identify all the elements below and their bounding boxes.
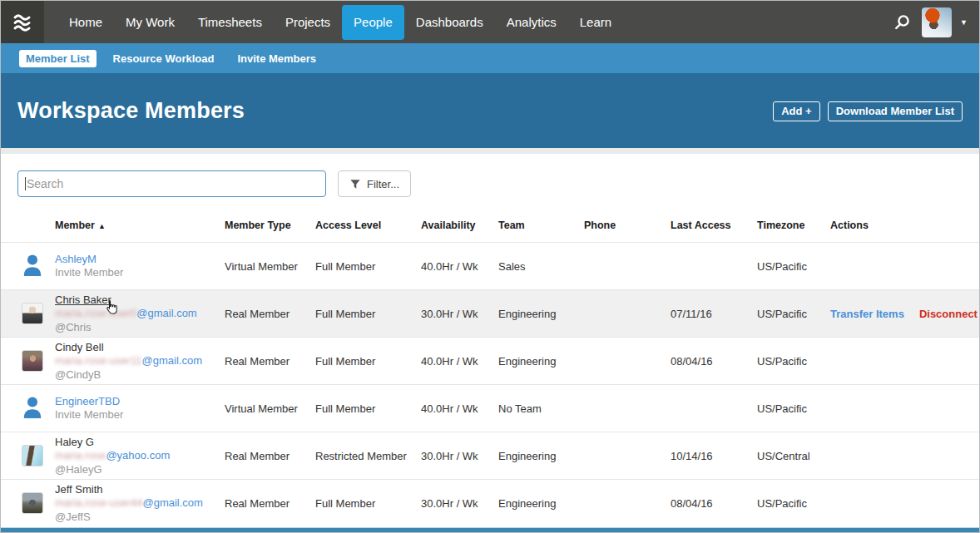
nav-item-home[interactable]: Home <box>57 5 114 40</box>
team-cell: No Team <box>498 402 584 415</box>
timezone-cell: US/Pacific <box>757 260 830 273</box>
team-cell: Sales <box>498 260 584 273</box>
member-handle: @JeffS <box>55 510 218 524</box>
avatar-cell <box>17 396 55 422</box>
member-type-cell: Real Member <box>225 308 315 320</box>
availability-cell: 40.0Hr / Wk <box>421 355 498 368</box>
member-photo-avatar <box>22 445 43 466</box>
member-cell: AshleyMInvite Member <box>55 253 225 279</box>
text-cursor <box>25 177 26 190</box>
disconnect-action-link[interactable]: Disconnect <box>919 308 978 320</box>
member-name-link[interactable]: AshleyM <box>55 253 97 265</box>
timezone-cell: US/Pacific <box>757 308 830 320</box>
member-email: maria.rose-user44@gmail.com <box>55 496 218 510</box>
subnav-item-invite-members[interactable]: Invite Members <box>230 50 323 67</box>
email-domain-link[interactable]: @yahoo.com <box>106 449 170 461</box>
access-level-cell: Full Member <box>315 260 421 273</box>
nav-item-my-work[interactable]: My Work <box>114 5 186 40</box>
avatar-cell <box>17 445 55 466</box>
column-header-access-level: Access Level <box>315 220 421 231</box>
member-cell: EngineerTBDInvite Member <box>55 395 225 422</box>
email-domain-link[interactable]: @gmail.com <box>143 496 203 509</box>
member-name-link[interactable]: EngineerTBD <box>55 395 120 407</box>
access-level-cell: Full Member <box>315 308 421 320</box>
header-divider-strip <box>1 148 979 154</box>
avatar-cell <box>17 303 55 324</box>
member-type-cell: Real Member <box>225 355 315 368</box>
nav-item-timesheets[interactable]: Timesheets <box>186 5 274 40</box>
bottom-footer-strip <box>1 527 979 532</box>
availability-cell: 40.0Hr / Wk <box>421 402 498 415</box>
timezone-cell: US/Pacific <box>757 402 830 415</box>
page-header: Workspace Members Add + Download Member … <box>1 73 979 148</box>
team-cell: Engineering <box>498 308 584 320</box>
nav-item-people[interactable]: People <box>342 5 404 40</box>
table-row[interactable]: Haley Gmaria.rose@yahoo.com@HaleyG Real … <box>1 432 979 479</box>
avatar-cell <box>17 254 55 279</box>
top-nav-right: ▼ <box>890 7 979 37</box>
invite-member-label: Invite Member <box>55 407 218 422</box>
add-member-button[interactable]: Add + <box>773 101 819 121</box>
email-domain-link[interactable]: @gmail.com <box>142 354 202 367</box>
table-body: AshleyMInvite Member Virtual Member Full… <box>1 242 979 526</box>
availability-cell: 30.0Hr / Wk <box>421 497 498 510</box>
redacted-email-text: maria.rose-user11 <box>55 354 142 367</box>
subnav-item-member-list[interactable]: Member List <box>19 50 97 67</box>
filter-button-label: Filter... <box>367 178 399 190</box>
access-level-cell: Full Member <box>315 497 421 510</box>
sort-asc-icon: ▲ <box>98 222 106 230</box>
app-logo[interactable] <box>1 1 44 43</box>
table-header-row: Member▲Member TypeAccess LevelAvailabili… <box>1 209 979 242</box>
filter-button[interactable]: Filter... <box>338 170 411 197</box>
team-cell: Engineering <box>498 355 584 368</box>
member-photo-avatar <box>22 492 43 514</box>
user-avatar[interactable] <box>922 7 952 37</box>
transfer-items-action-link[interactable]: Transfer Items <box>830 308 904 320</box>
member-handle: @CindyB <box>55 368 218 382</box>
nav-items: HomeMy WorkTimesheetsProjectsPeopleDashb… <box>57 1 623 43</box>
download-member-list-button[interactable]: Download Member List <box>828 101 963 121</box>
last-access-cell: 08/04/16 <box>671 355 757 368</box>
global-search-button[interactable] <box>890 11 913 34</box>
search-input[interactable] <box>17 170 326 197</box>
timezone-cell: US/Pacific <box>757 497 830 510</box>
person-silhouette-icon <box>22 396 43 419</box>
member-name-link[interactable]: Jeff Smith <box>55 483 103 496</box>
column-header-phone: Phone <box>584 220 671 231</box>
member-type-cell: Real Member <box>225 497 315 510</box>
table-row[interactable]: Chris Bakermaria.rose-user0@gmail.com@Ch… <box>1 289 979 337</box>
redacted-email-text: maria.rose-user0 <box>55 307 136 319</box>
table-row[interactable]: AshleyMInvite Member Virtual Member Full… <box>1 242 979 289</box>
header-actions: Add + Download Member List <box>773 101 963 121</box>
member-name-link[interactable]: Cindy Bell <box>55 341 104 353</box>
access-level-cell: Restricted Member <box>315 450 421 462</box>
nav-item-projects[interactable]: Projects <box>274 5 342 40</box>
column-header-team: Team <box>498 220 584 231</box>
member-type-cell: Virtual Member <box>225 402 315 415</box>
email-domain-link[interactable]: @gmail.com <box>136 307 196 319</box>
people-sub-nav: Member ListResource WorkloadInvite Membe… <box>1 43 979 73</box>
subnav-item-resource-workload[interactable]: Resource Workload <box>106 50 221 67</box>
member-email: maria.rose-user11@gmail.com <box>55 353 218 368</box>
redacted-email-text: maria.rose-user44 <box>55 496 143 509</box>
member-cell: Cindy Bellmaria.rose-user11@gmail.com@Ci… <box>55 341 225 382</box>
last-access-cell: 07/11/16 <box>671 308 757 320</box>
availability-cell: 40.0Hr / Wk <box>421 260 498 273</box>
column-header-member: Member▲ <box>55 220 225 231</box>
table-row[interactable]: EngineerTBDInvite Member Virtual Member … <box>1 384 979 432</box>
member-photo-avatar <box>22 303 43 324</box>
table-row[interactable]: Jeff Smithmaria.rose-user44@gmail.com@Je… <box>1 479 979 526</box>
person-silhouette-icon <box>22 254 43 277</box>
actions-cell[interactable]: Transfer ItemsDisconnect <box>830 308 980 320</box>
column-header-last-access: Last Access <box>671 220 757 231</box>
nav-item-dashboards[interactable]: Dashboards <box>404 5 495 40</box>
timezone-cell: US/Central <box>757 450 830 462</box>
account-menu-caret-icon[interactable]: ▼ <box>960 18 968 27</box>
avatar-cell <box>17 350 55 372</box>
nav-item-learn[interactable]: Learn <box>568 5 623 40</box>
nav-item-analytics[interactable]: Analytics <box>495 5 568 40</box>
member-type-cell: Real Member <box>225 450 315 462</box>
member-name-link[interactable]: Chris Baker <box>55 294 111 306</box>
table-row[interactable]: Cindy Bellmaria.rose-user11@gmail.com@Ci… <box>1 337 979 384</box>
member-name-link[interactable]: Haley G <box>55 436 94 448</box>
